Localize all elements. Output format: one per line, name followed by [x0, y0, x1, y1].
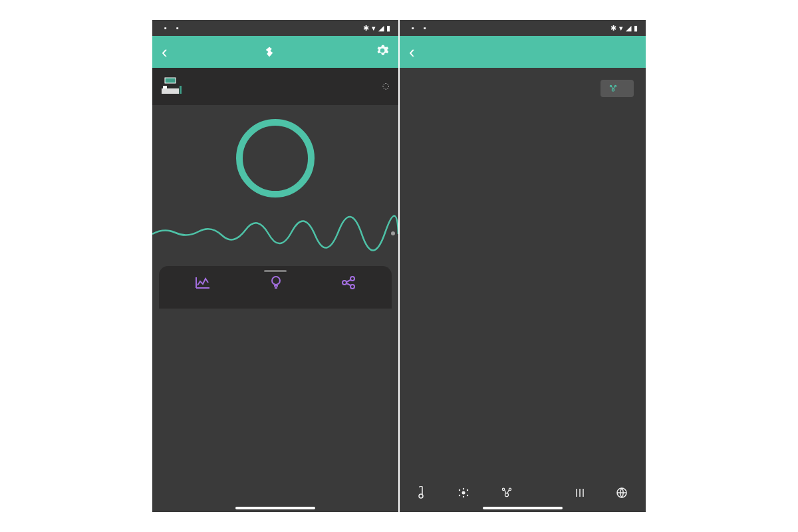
back-button[interactable]: ‹ [409, 42, 415, 63]
tab-outside[interactable] [616, 486, 628, 499]
bluetooth-icon: ✱ [363, 24, 369, 33]
statusbar: ▪ ▪ ✱ ▾ ◢ ▮ [152, 20, 398, 36]
graphs-screen: ▪ ▪ ✱ ▾ ◢ ▮ ‹ [400, 20, 646, 512]
home-indicator[interactable] [235, 507, 315, 509]
bulb-icon [270, 275, 282, 290]
room-readout: ◌ [382, 82, 389, 90]
bluetooth-icon: ✱ [610, 24, 616, 33]
share-button[interactable] [341, 275, 356, 301]
home-indicator[interactable] [483, 507, 563, 509]
value-chip[interactable] [600, 80, 634, 97]
svg-point-4 [391, 231, 395, 235]
wifi-icon: ▾ [372, 24, 376, 33]
tvoc-icon [608, 84, 618, 93]
svg-point-7 [350, 277, 354, 281]
statusbar: ▪ ▪ ✱ ▾ ◢ ▮ [400, 20, 646, 36]
room-header[interactable]: ◌ [152, 68, 398, 105]
notif-icon: ▪ [164, 24, 172, 32]
sparkline [152, 211, 398, 251]
svg-point-18 [463, 488, 464, 489]
chart[interactable] [409, 110, 636, 472]
svg-point-15 [467, 489, 468, 491]
tab-pm[interactable] [457, 486, 470, 499]
notif-icon: ▪ [176, 24, 184, 32]
tvoc-icon [500, 485, 513, 499]
signal-icon: ◢ [626, 24, 631, 33]
light-button[interactable] [270, 275, 282, 301]
svg-point-13 [462, 491, 465, 495]
back-button[interactable]: ‹ [162, 42, 168, 63]
home-screen: ▪ ▪ ✱ ▾ ◢ ▮ ‹ ◌ [152, 20, 398, 512]
room-humidity: ◌ [382, 82, 389, 90]
svg-point-11 [612, 89, 614, 92]
globe-icon [616, 486, 628, 499]
battery-icon: ▮ [634, 24, 638, 33]
signal-icon: ◢ [378, 24, 384, 33]
svg-rect-3 [180, 86, 182, 94]
wifi-icon: ▾ [619, 24, 623, 33]
svg-point-8 [350, 285, 354, 289]
svg-rect-2 [163, 86, 167, 88]
graphs-icon [195, 275, 211, 290]
notif-icon: ▪ [424, 24, 432, 32]
svg-point-19 [463, 496, 464, 497]
graphs-button[interactable] [195, 275, 211, 301]
svg-rect-0 [165, 78, 176, 83]
share-icon [341, 275, 356, 290]
bottom-actions [159, 266, 392, 309]
svg-point-17 [467, 495, 468, 496]
svg-point-14 [459, 489, 460, 491]
particles-icon [457, 486, 470, 499]
svg-rect-1 [162, 88, 179, 94]
svg-point-16 [459, 495, 460, 496]
air-quality-ring[interactable] [236, 119, 315, 198]
tab-temp[interactable] [418, 486, 427, 499]
battery-icon: ▮ [386, 24, 390, 33]
app-header: ‹ [400, 36, 646, 68]
svg-point-22 [505, 493, 509, 497]
svg-point-6 [342, 281, 346, 285]
app-header: ‹ [152, 36, 398, 68]
svg-point-5 [272, 277, 280, 285]
settings-button[interactable] [376, 44, 389, 60]
app-title [263, 46, 279, 58]
notif-icon: ▪ [412, 24, 420, 32]
svg-point-12 [419, 494, 423, 498]
logo-icon [263, 46, 275, 58]
tab-ethanol[interactable] [574, 486, 586, 499]
wave-icon [574, 486, 586, 499]
thermometer-icon [418, 486, 427, 499]
tab-tvoc[interactable] [500, 485, 513, 500]
gear-icon [376, 44, 389, 57]
metrics-grid [152, 251, 398, 259]
room-icon [162, 75, 184, 98]
